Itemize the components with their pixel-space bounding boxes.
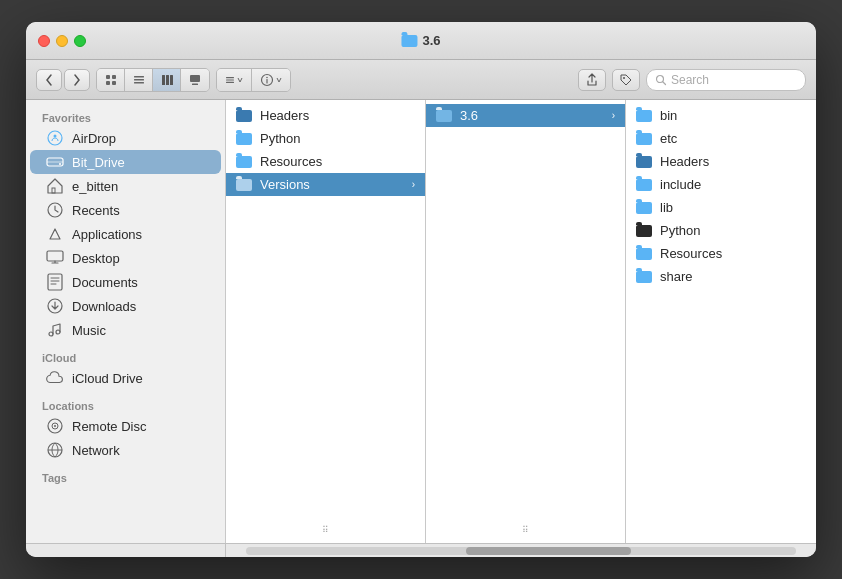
folder-icon-headers-3	[636, 156, 652, 168]
svg-rect-0	[106, 75, 110, 79]
svg-rect-3	[112, 81, 116, 85]
svg-rect-4	[134, 76, 144, 78]
svg-rect-29	[48, 274, 62, 290]
svg-rect-6	[134, 82, 144, 84]
column-item-include[interactable]: include	[626, 173, 816, 196]
svg-rect-28	[47, 251, 63, 261]
column-item-share[interactable]: share	[626, 265, 816, 288]
recents-icon	[46, 201, 64, 219]
column-item-headers-3[interactable]: Headers	[626, 150, 816, 173]
back-button[interactable]	[36, 69, 62, 91]
sidebar-item-e-bitten[interactable]: e_bitten	[30, 174, 221, 198]
sidebar: Favorites AirDrop Bit_Drive e_	[26, 100, 226, 543]
folder-icon-python-3	[636, 225, 652, 237]
maximize-button[interactable]	[74, 35, 86, 47]
chevron-right-icon: ›	[412, 179, 415, 190]
column-resize-1[interactable]: ⠿	[323, 523, 329, 537]
svg-rect-7	[162, 75, 165, 85]
folder-icon-etc	[636, 133, 652, 145]
applications-icon	[46, 225, 64, 243]
share-button[interactable]	[578, 69, 606, 91]
close-button[interactable]	[38, 35, 50, 47]
column-item-versions[interactable]: Versions ›	[226, 173, 425, 196]
svg-rect-8	[166, 75, 169, 85]
folder-icon	[236, 156, 252, 168]
column-view-button[interactable]	[153, 69, 181, 91]
sidebar-music-label: Music	[72, 323, 106, 338]
svg-rect-9	[170, 75, 173, 85]
sidebar-item-network[interactable]: Network	[30, 438, 221, 462]
sidebar-item-recents[interactable]: Recents	[30, 198, 221, 222]
sidebar-item-desktop[interactable]: Desktop	[30, 246, 221, 270]
search-box[interactable]: Search	[646, 69, 806, 91]
column-item-python-3[interactable]: Python	[626, 219, 816, 242]
column-item-3-6[interactable]: 3.6 ›	[426, 104, 625, 127]
music-icon	[46, 321, 64, 339]
sidebar-bit-drive-label: Bit_Drive	[72, 155, 125, 170]
svg-rect-11	[192, 83, 198, 85]
svg-point-32	[56, 330, 60, 334]
column-item-resources-3[interactable]: Resources	[626, 242, 816, 265]
svg-line-20	[663, 81, 666, 84]
favorites-header: Favorites	[26, 108, 225, 126]
arrange-action-group	[216, 68, 291, 92]
arrange-button[interactable]	[217, 69, 252, 91]
desktop-icon	[46, 249, 64, 267]
tag-button[interactable]	[612, 69, 640, 91]
traffic-lights	[38, 35, 86, 47]
toolbar: Search	[26, 60, 816, 100]
folder-icon-include	[636, 179, 652, 191]
icloud-header: iCloud	[26, 348, 225, 366]
sidebar-item-bit-drive[interactable]: Bit_Drive	[30, 150, 221, 174]
title-bar: 3.6	[26, 22, 816, 60]
sidebar-item-music[interactable]: Music	[30, 318, 221, 342]
svg-rect-14	[226, 81, 234, 82]
icon-view-button[interactable]	[97, 69, 125, 91]
minimize-button[interactable]	[56, 35, 68, 47]
svg-point-31	[49, 332, 53, 336]
title-folder-icon	[401, 35, 417, 47]
network-icon	[46, 441, 64, 459]
list-view-button[interactable]	[125, 69, 153, 91]
view-buttons	[96, 68, 210, 92]
finder-window: 3.6	[26, 22, 816, 557]
sidebar-item-icloud-drive[interactable]: iCloud Drive	[30, 366, 221, 390]
sidebar-item-documents[interactable]: Documents	[30, 270, 221, 294]
svg-point-35	[54, 425, 56, 427]
sidebar-item-airdrop[interactable]: AirDrop	[30, 126, 221, 150]
action-button[interactable]	[252, 69, 290, 91]
svg-point-25	[59, 163, 61, 165]
scroll-area	[26, 543, 816, 557]
locations-header: Locations	[26, 396, 225, 414]
column-item-resources[interactable]: Resources	[226, 150, 425, 173]
svg-point-22	[54, 135, 57, 138]
scroll-thumb[interactable]	[466, 547, 631, 555]
svg-rect-5	[134, 79, 144, 81]
sidebar-item-remote-disc[interactable]: Remote Disc	[30, 414, 221, 438]
folder-icon-bin	[636, 110, 652, 122]
column-item-bin[interactable]: bin	[626, 104, 816, 127]
column-item-python[interactable]: Python	[226, 127, 425, 150]
column-resize-2[interactable]: ⠿	[523, 523, 529, 537]
folder-icon-selected	[236, 179, 252, 191]
folder-icon-share	[636, 271, 652, 283]
sidebar-item-applications[interactable]: Applications	[30, 222, 221, 246]
tags-header: Tags	[26, 468, 225, 486]
column-panel-3: bin etc Headers include lib	[626, 100, 816, 543]
forward-button[interactable]	[64, 69, 90, 91]
folder-icon-3-6	[436, 110, 452, 122]
column-panel-2: 3.6 › ⠿	[426, 100, 626, 543]
sidebar-applications-label: Applications	[72, 227, 142, 242]
sidebar-recents-label: Recents	[72, 203, 120, 218]
sidebar-item-downloads[interactable]: Downloads	[30, 294, 221, 318]
column-panel-1: Headers Python Resources Versions › ⠿	[226, 100, 426, 543]
svg-rect-12	[226, 77, 234, 78]
column-item-lib[interactable]: lib	[626, 196, 816, 219]
folder-icon-lib	[636, 202, 652, 214]
column-item-etc[interactable]: etc	[626, 127, 816, 150]
scroll-track[interactable]	[246, 547, 796, 555]
folder-icon	[236, 133, 252, 145]
gallery-view-button[interactable]	[181, 69, 209, 91]
disc-icon	[46, 417, 64, 435]
column-item-headers[interactable]: Headers	[226, 104, 425, 127]
